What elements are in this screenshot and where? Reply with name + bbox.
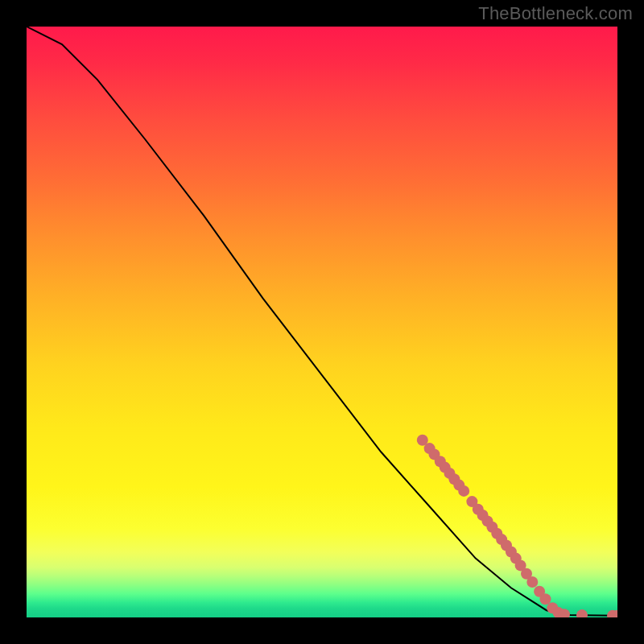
bottleneck-curve <box>27 27 617 616</box>
plot-area <box>27 27 617 617</box>
data-point <box>526 576 538 588</box>
chart-frame: TheBottleneck.com <box>0 0 644 644</box>
data-point <box>458 485 469 497</box>
watermark-label: TheBottleneck.com <box>478 3 633 24</box>
chart-svg <box>27 27 617 617</box>
data-point <box>540 593 551 605</box>
data-point <box>576 609 588 617</box>
